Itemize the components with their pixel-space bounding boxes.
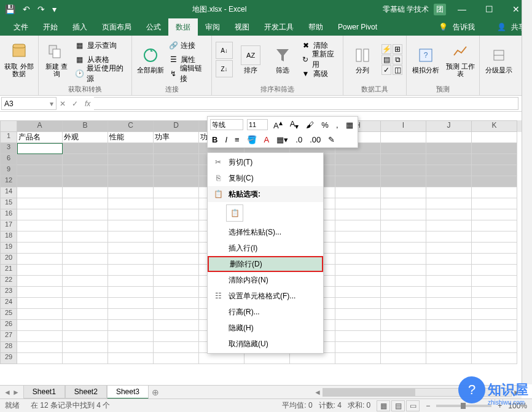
row-header-9[interactable]: 9 [0, 165, 17, 176]
row-header-19[interactable]: 19 [0, 243, 17, 254]
cell[interactable] [17, 342, 63, 353]
cell[interactable] [108, 243, 154, 254]
row-header-23[interactable]: 23 [0, 287, 17, 298]
cell[interactable] [63, 143, 108, 154]
cell[interactable] [335, 276, 381, 287]
cell[interactable] [472, 187, 517, 198]
cell[interactable] [335, 165, 381, 176]
tab-review[interactable]: 审阅 [198, 18, 227, 36]
cell[interactable] [335, 187, 381, 198]
cell[interactable] [335, 243, 381, 254]
cell[interactable] [381, 209, 426, 220]
cell[interactable] [63, 254, 108, 265]
cell[interactable] [108, 287, 154, 298]
edit-links-button[interactable]: ↯编辑链接 [168, 68, 208, 80]
cell[interactable] [63, 320, 108, 331]
cell[interactable] [381, 320, 426, 331]
cell[interactable] [472, 132, 517, 143]
clear-format-icon[interactable]: ✎ [326, 135, 337, 144]
min-button[interactable]: — [451, 4, 473, 14]
cell[interactable] [108, 165, 154, 176]
row-header-17[interactable]: 17 [0, 220, 17, 231]
recent-sources-button[interactable]: 🕑最近使用的源 [75, 68, 128, 80]
cell[interactable] [17, 298, 63, 309]
cell[interactable] [381, 342, 426, 353]
cell[interactable] [426, 154, 472, 165]
col-header-J[interactable]: J [426, 120, 472, 132]
cell[interactable] [472, 220, 517, 231]
cell[interactable] [426, 231, 472, 243]
customize-qat-icon[interactable]: ▾ [52, 4, 57, 14]
cell[interactable] [154, 176, 199, 187]
reapply-button[interactable]: ↻重新应用 [301, 53, 340, 66]
cell[interactable] [472, 198, 517, 209]
share-icon[interactable]: 👤 [497, 23, 506, 31]
cell[interactable] [154, 187, 199, 198]
fill-color-icon[interactable]: 🪣 [245, 135, 259, 144]
cell[interactable] [335, 220, 381, 231]
cell[interactable] [426, 353, 472, 364]
fx-icon[interactable]: fx [81, 99, 94, 108]
cell[interactable] [63, 353, 108, 364]
border-icon[interactable]: ▦ [344, 120, 355, 130]
sheet-tab-1[interactable]: Sheet1 [23, 386, 65, 398]
cell[interactable] [335, 342, 381, 353]
cell[interactable] [472, 276, 517, 287]
bold-button[interactable]: B [210, 135, 219, 144]
cell[interactable] [472, 254, 517, 265]
cell[interactable] [335, 331, 381, 342]
page-break-button[interactable]: ▭ [406, 400, 420, 411]
cell[interactable] [17, 143, 63, 154]
row-header-15[interactable]: 15 [0, 198, 17, 209]
validation-icon[interactable]: ✓ [381, 65, 391, 75]
enter-formula-icon[interactable]: ✓ [69, 99, 81, 108]
sort-az-button[interactable]: A↓ [216, 42, 233, 59]
cell[interactable] [63, 165, 108, 176]
cell[interactable] [381, 243, 426, 254]
cell[interactable] [63, 231, 108, 243]
cell[interactable] [290, 353, 335, 364]
cell[interactable] [335, 298, 381, 309]
cell[interactable] [472, 143, 517, 154]
cell[interactable] [63, 187, 108, 198]
cell[interactable] [108, 198, 154, 209]
filter-button[interactable]: 筛选 [268, 38, 297, 81]
cell[interactable] [154, 254, 199, 265]
cell[interactable] [154, 276, 199, 287]
consolidate-icon[interactable]: ⊞ [393, 44, 402, 54]
sheet-tab-2[interactable]: Sheet2 [65, 386, 107, 398]
cell[interactable] [17, 287, 63, 298]
font-family-input[interactable] [210, 119, 243, 130]
relationships-icon[interactable]: ⧉ [393, 55, 402, 64]
cell[interactable] [335, 320, 381, 331]
cell[interactable] [335, 231, 381, 243]
chevron-down-icon[interactable]: ▾ [50, 99, 53, 108]
cell[interactable] [381, 287, 426, 298]
cell[interactable] [63, 198, 108, 209]
next-sheet-icon[interactable]: ► [12, 388, 20, 397]
save-icon[interactable]: 💾 [5, 4, 15, 14]
sheet-tab-3[interactable]: Sheet3 [107, 386, 149, 399]
lightbulb-icon[interactable]: 💡 [439, 23, 448, 31]
cell[interactable] [381, 198, 426, 209]
cell[interactable] [108, 176, 154, 187]
cell[interactable] [108, 265, 154, 276]
datamodel-icon[interactable]: ◫ [393, 65, 402, 75]
cell[interactable]: 性能 [108, 132, 154, 143]
cell[interactable] [472, 176, 517, 187]
cell[interactable] [381, 132, 426, 143]
cell[interactable] [63, 176, 108, 187]
cell[interactable] [426, 276, 472, 287]
cell[interactable] [472, 342, 517, 353]
cell[interactable] [426, 176, 472, 187]
cell[interactable] [335, 265, 381, 276]
cell[interactable] [154, 209, 199, 220]
cm-cut[interactable]: ✂剪切(T) [208, 154, 323, 170]
paste-option-default[interactable]: 📋 [226, 204, 243, 222]
row-header-29[interactable]: 29 [0, 353, 17, 364]
cell[interactable] [63, 154, 108, 165]
cell[interactable] [154, 287, 199, 298]
cell[interactable] [426, 265, 472, 276]
cell[interactable] [472, 154, 517, 165]
cell[interactable]: 外观 [63, 132, 108, 143]
